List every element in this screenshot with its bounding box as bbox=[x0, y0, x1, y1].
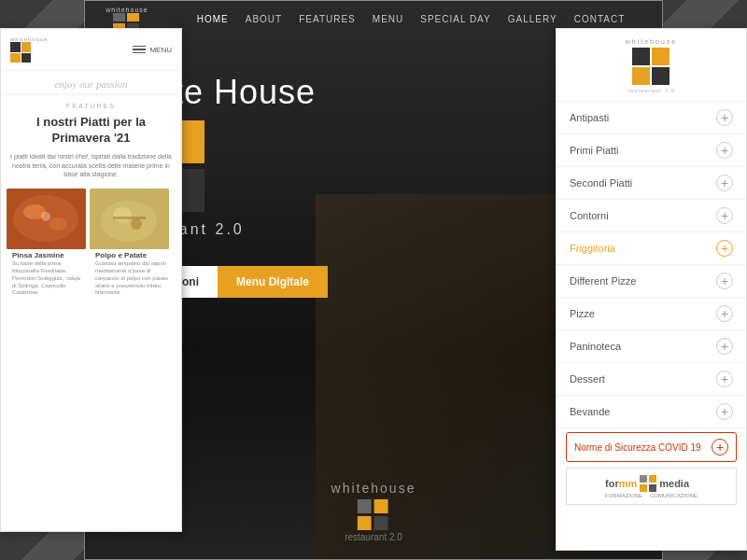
svg-point-19 bbox=[113, 207, 132, 222]
rwh-cell-3 bbox=[632, 67, 650, 85]
svg-rect-1 bbox=[127, 13, 139, 21]
hero-bottom-subtitle: restaurant 2.0 bbox=[331, 532, 416, 542]
nav-contact[interactable]: CONTACT bbox=[574, 14, 626, 24]
mobile-right-header: whitehouse restaurant 2.0 bbox=[557, 29, 746, 102]
hamburger-icon bbox=[133, 46, 146, 54]
brand-name-small: whitehouse bbox=[106, 7, 148, 13]
rwh-cell-2 bbox=[652, 48, 669, 65]
menu-item-name-antipasti: Antipasti bbox=[570, 112, 609, 123]
svg-rect-9 bbox=[374, 499, 388, 513]
menu-plus-dessert[interactable]: + bbox=[716, 371, 733, 387]
nav-about[interactable]: ABOUT bbox=[246, 14, 282, 24]
mobile-wh-grid bbox=[10, 42, 31, 63]
svg-rect-23 bbox=[649, 475, 656, 483]
formm-media-logo: formm media FORMAZIONE COMUNICAZIONE bbox=[566, 468, 737, 505]
menu-item-pizze[interactable]: Pizze + bbox=[557, 298, 746, 330]
svg-rect-8 bbox=[357, 499, 371, 513]
hero-bottom-logo: whitehouse restaurant 2.0 bbox=[331, 481, 416, 542]
menu-item-dessert[interactable]: Dessert + bbox=[557, 363, 746, 396]
formm-sub2: COMUNICAZIONE bbox=[650, 493, 698, 498]
mobile-left-header: whitehouse MENU bbox=[1, 29, 181, 71]
menu-item-name-pizze: Pizze bbox=[570, 308, 595, 319]
covid-plus-btn[interactable]: + bbox=[712, 439, 728, 455]
hero-bottom-wh-icon bbox=[331, 499, 416, 532]
menu-item-name-contorni: Contorni bbox=[570, 210, 609, 221]
menu-item-name-diff-pizze: Different Pizze bbox=[570, 275, 636, 287]
food-2-name: Polpo e Patate bbox=[90, 249, 176, 260]
nav-menu[interactable]: MENU bbox=[373, 14, 403, 24]
right-brand-name: whitehouse bbox=[626, 38, 677, 45]
features-label: FEATURES bbox=[1, 95, 181, 111]
svg-point-16 bbox=[41, 212, 50, 221]
svg-rect-0 bbox=[113, 13, 125, 21]
menu-item-name-dessert: Dessert bbox=[570, 373, 605, 385]
menu-item-name-primi: Primi Piatti bbox=[570, 145, 619, 156]
menu-item-name-friggitoria: Friggitoria bbox=[570, 243, 615, 254]
menu-plus-contorni[interactable]: + bbox=[716, 207, 733, 224]
menu-item-primi[interactable]: Primi Piatti + bbox=[557, 134, 746, 167]
svg-point-18 bbox=[101, 201, 157, 242]
mobile-left-panel: whitehouse MENU enjoy our passion FEATUR… bbox=[0, 28, 182, 532]
svg-rect-10 bbox=[357, 516, 371, 530]
grid-cell-3 bbox=[10, 53, 21, 63]
grid-cell-2 bbox=[21, 42, 32, 52]
covid-label: Norme di Sicurezza COVID 19 bbox=[574, 442, 701, 453]
formm-text-main: formm bbox=[605, 478, 637, 489]
mobile-tagline: enjoy our passion bbox=[1, 71, 181, 95]
mobile-menu-toggle[interactable]: MENU bbox=[133, 46, 172, 54]
menu-plus-friggitoria[interactable]: + bbox=[716, 240, 733, 257]
food-svg-2 bbox=[90, 189, 169, 249]
menu-plus-secondi[interactable]: + bbox=[716, 175, 733, 191]
hamburger-line-1 bbox=[133, 46, 146, 48]
svg-rect-11 bbox=[374, 516, 388, 530]
nav-features[interactable]: FEATURES bbox=[299, 14, 356, 24]
menu-item-bevande[interactable]: Bevande + bbox=[557, 396, 746, 428]
menu-digitale-button[interactable]: Menu Digitale bbox=[218, 266, 328, 298]
grid-cell-1 bbox=[10, 42, 21, 52]
menu-plus-diff-pizze[interactable]: + bbox=[716, 273, 733, 289]
menu-plus-paninoteca[interactable]: + bbox=[716, 338, 733, 355]
right-brand-sub: restaurant 2.0 bbox=[627, 88, 675, 93]
menu-item-name-secondi: Secondi Piatti bbox=[570, 177, 632, 189]
menu-item-contorni[interactable]: Contorni + bbox=[557, 200, 746, 232]
food-item-2: Polpo e Patate Gustoso antipasto dai sap… bbox=[90, 189, 176, 297]
grid-cell-4 bbox=[21, 53, 32, 63]
nav-links: HOME ABOUT FEATURES MENU SPECIAL DAY GAL… bbox=[178, 14, 643, 24]
formm-sub1: FORMAZIONE bbox=[605, 493, 642, 498]
menu-label: MENU bbox=[149, 46, 172, 54]
menu-item-name-bevande: Bevande bbox=[570, 406, 610, 417]
wh-bottom-icon bbox=[357, 499, 389, 532]
hero-bottom-brand: whitehouse bbox=[331, 481, 416, 496]
menu-item-friggitoria[interactable]: Friggitoria + bbox=[557, 232, 746, 265]
menu-plus-antipasti[interactable]: + bbox=[716, 109, 733, 126]
svg-point-15 bbox=[49, 217, 67, 231]
nav-special-day[interactable]: SPECIAL DAY bbox=[420, 14, 490, 24]
svg-rect-25 bbox=[649, 484, 656, 492]
menu-plus-primi[interactable]: + bbox=[716, 142, 733, 159]
svg-rect-24 bbox=[640, 484, 647, 492]
right-wh-grid bbox=[632, 48, 669, 85]
covid-row[interactable]: Norme di Sicurezza COVID 19 + bbox=[566, 432, 737, 462]
formm-icon bbox=[639, 474, 657, 493]
mobile-right-panel: whitehouse restaurant 2.0 Antipasti + Pr… bbox=[556, 28, 747, 551]
svg-rect-22 bbox=[640, 475, 647, 483]
menu-item-diff-pizze[interactable]: Different Pizze + bbox=[557, 265, 746, 298]
hamburger-line-2 bbox=[133, 49, 146, 50]
food-image-2 bbox=[90, 189, 169, 249]
rwh-cell-4 bbox=[652, 67, 669, 85]
menu-item-paninoteca[interactable]: Paninoteca + bbox=[557, 330, 746, 363]
nav-gallery[interactable]: GALLERY bbox=[508, 14, 557, 24]
menu-plus-pizze[interactable]: + bbox=[716, 305, 733, 322]
menu-item-secondi[interactable]: Secondi Piatti + bbox=[557, 167, 746, 200]
menu-plus-bevande[interactable]: + bbox=[716, 403, 733, 420]
right-wh-logo: whitehouse restaurant 2.0 bbox=[626, 38, 677, 93]
food-1-name: Pinsa Jasmine bbox=[7, 249, 86, 260]
svg-point-20 bbox=[131, 218, 142, 230]
nav-home[interactable]: HOME bbox=[197, 14, 229, 24]
rwh-cell-1 bbox=[632, 48, 650, 65]
food-images-row: Pinsa Jasmine Su base della pinsa Mozzar… bbox=[1, 185, 181, 301]
svg-rect-21 bbox=[113, 217, 146, 219]
hamburger-line-3 bbox=[133, 52, 146, 54]
menu-item-antipasti[interactable]: Antipasti + bbox=[557, 102, 746, 134]
food-svg-1 bbox=[7, 189, 86, 249]
